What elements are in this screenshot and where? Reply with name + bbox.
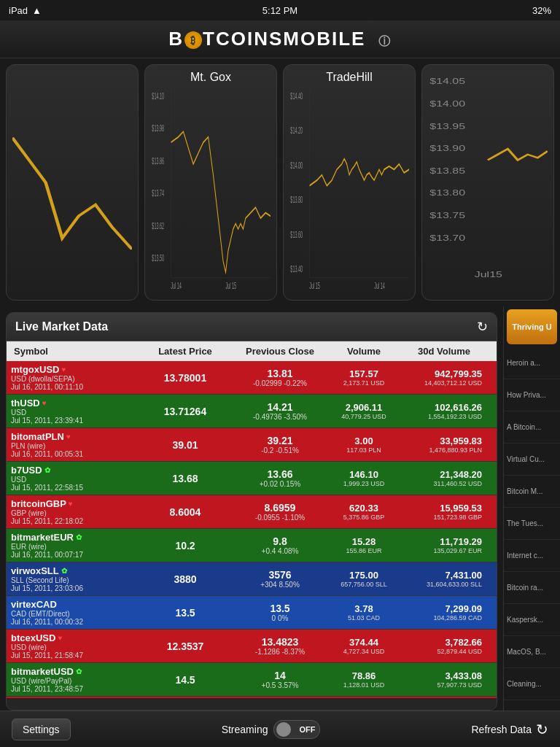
svg-text:$13.95: $13.95 bbox=[429, 122, 465, 131]
svg-text:$13.50: $13.50 bbox=[152, 254, 164, 263]
table-row[interactable]: b7USD ✿ USD Jul 15, 2011, 22:58:15 13.68… bbox=[7, 462, 497, 495]
refresh-data-button[interactable]: Refresh Data ↻ bbox=[472, 721, 548, 738]
cell-prev-close: 13.81 -0.02999 -0.22% bbox=[233, 361, 327, 394]
sidebar-item[interactable]: Cleaning... bbox=[504, 668, 560, 700]
table-row[interactable]: mtgoxUSD ♥ USD (dwolla/SEPA) Jul 16, 201… bbox=[7, 361, 497, 395]
col-volume: Volume bbox=[327, 346, 400, 357]
svg-text:$14.00: $14.00 bbox=[290, 161, 303, 171]
chart-card-tradehill[interactable]: TradeHill $14.40 $14.20 $14.00 $13.80 $1… bbox=[283, 64, 416, 301]
sidebar-item-thriving[interactable]: Thriving U bbox=[507, 309, 557, 344]
table-row[interactable]: bitmarketEUR ✿ EUR (wire) Jul 16, 2011, … bbox=[7, 529, 497, 562]
cell-latest-price: 13.5 bbox=[138, 596, 233, 629]
cell-30d-volume: 21,348.20 311,460.52 USD bbox=[400, 462, 488, 495]
app-logo: B₿TCOINSMOBILE ⓘ bbox=[168, 28, 391, 50]
streaming-toggle[interactable]: OFF bbox=[273, 720, 320, 739]
cell-symbol: bitomatPLN ♥ PLN (wire) Jul 16, 2011, 00… bbox=[7, 428, 138, 461]
svg-text:Jul 14: Jul 14 bbox=[374, 281, 385, 290]
table-row[interactable]: thUSD ♥ USD Jul 15, 2011, 23:39:41 13.71… bbox=[7, 395, 497, 428]
cell-prev-close: 13.969 bbox=[233, 697, 327, 698]
svg-text:$14.05: $14.05 bbox=[429, 77, 465, 86]
col-prev-close: Previous Close bbox=[233, 346, 327, 357]
table-row[interactable]: bitomatPLN ♥ PLN (wire) Jul 16, 2011, 00… bbox=[7, 428, 497, 462]
cell-30d-volume: 15,959.53 151,723.98 GBP bbox=[400, 495, 488, 528]
time-display: 5:12 PM bbox=[262, 5, 298, 16]
cell-latest-price: 12.3537 bbox=[138, 630, 233, 662]
cell-prev-close: 14.21 -0.49736 -3.50% bbox=[233, 395, 327, 427]
device-label: iPad bbox=[9, 5, 28, 16]
sidebar-item[interactable]: Kaspersk... bbox=[504, 604, 560, 636]
cell-volume: 175.00 657,756.00 SLL bbox=[327, 562, 400, 595]
cell-symbol: virtexCAD CAD (EMT/Direct) Jul 16, 2011,… bbox=[7, 596, 138, 629]
cell-volume: 78.86 1,128.01 USD bbox=[327, 663, 400, 696]
sidebar-item[interactable]: How Priva... bbox=[504, 379, 560, 411]
sidebar-item[interactable]: MacOS, B... bbox=[504, 636, 560, 668]
cell-latest-price: 13.78001 bbox=[138, 361, 233, 394]
wifi-icon: ▲ bbox=[32, 5, 42, 16]
refresh-data-icon: ↻ bbox=[536, 721, 548, 738]
cell-30d-volume: 942,799.35 14,403,712.12 USD bbox=[400, 361, 488, 394]
bottom-bar: Settings Streaming OFF Refresh Data ↻ bbox=[0, 711, 560, 747]
cell-volume: 15.28 155.86 EUR bbox=[327, 529, 400, 562]
sidebar-item[interactable]: Virtual Cu... bbox=[504, 444, 560, 476]
svg-text:Jul 15: Jul 15 bbox=[309, 281, 320, 290]
table-row[interactable]: virwoxSLL ✿ SLL (Second Life) Jul 15, 20… bbox=[7, 562, 497, 596]
logo-text-rest: TCOINSMOBILE bbox=[203, 28, 365, 50]
cell-volume: 395.61 bbox=[327, 697, 400, 698]
cell-latest-price: 3880 bbox=[138, 562, 233, 595]
cell-symbol: bitmarketEUR ✿ EUR (wire) Jul 16, 2011, … bbox=[7, 529, 138, 562]
cell-30d-volume: 3,782.66 52,879.44 USD bbox=[400, 630, 488, 662]
market-table-container: Live Market Data ↻ Symbol Latest Price P… bbox=[6, 312, 497, 711]
cell-symbol: virwoxSLL ✿ SLL (Second Life) Jul 15, 20… bbox=[7, 562, 138, 595]
cell-prev-close: 13.66 +0.02 0.15% bbox=[233, 462, 327, 495]
col-latest-price: Latest Price bbox=[138, 346, 233, 357]
sidebar-item[interactable]: A Bitcoin... bbox=[504, 411, 560, 444]
svg-text:$13.60: $13.60 bbox=[290, 231, 303, 240]
cell-symbol: britcoinGBP ♥ GBP (wire) Jul 15, 2011, 2… bbox=[7, 495, 138, 528]
svg-text:$13.70: $13.70 bbox=[429, 233, 465, 242]
cell-symbol: mtgoxUSD ♥ USD (dwolla/SEPA) Jul 16, 201… bbox=[7, 361, 138, 394]
cell-volume: 374.44 4,727.34 USD bbox=[327, 630, 400, 662]
sidebar-item[interactable]: Bitcoin ra... bbox=[504, 572, 560, 604]
chart-svg-tradehill: $14.40 $14.20 $14.00 $13.80 $13.60 $13.4… bbox=[289, 88, 409, 294]
info-icon[interactable]: ⓘ bbox=[378, 35, 392, 47]
tradehill-title: TradeHill bbox=[289, 71, 409, 84]
app-header: B₿TCOINSMOBILE ⓘ bbox=[0, 20, 560, 58]
charts-section: Mt. Gox $14.10 $13.98 $13.86 $13.74 $13.… bbox=[0, 58, 560, 306]
table-row[interactable]: britcoinGBP ♥ GBP (wire) Jul 15, 2011, 2… bbox=[7, 495, 497, 529]
chart-card-left[interactable] bbox=[6, 64, 139, 301]
streaming-section: Streaming OFF bbox=[222, 720, 321, 739]
table-row[interactable]: bitmarketUSD ✿ USD (wire/PayPal) Jul 15,… bbox=[7, 663, 497, 697]
cell-symbol: bitmarketUSD ✿ USD (wire/PayPal) Jul 15,… bbox=[7, 663, 138, 696]
streaming-label: Streaming bbox=[222, 724, 268, 735]
table-row[interactable]: btcexUSD ♥ USD (wire) Jul 15, 2011, 21:5… bbox=[7, 630, 497, 663]
svg-text:Jul15: Jul15 bbox=[475, 271, 502, 279]
svg-text:$14.00: $14.00 bbox=[429, 99, 465, 108]
market-table-body: mtgoxUSD ♥ USD (dwolla/SEPA) Jul 16, 201… bbox=[7, 361, 497, 698]
chart-svg-left bbox=[12, 71, 132, 294]
cell-latest-price: 8.6004 bbox=[138, 495, 233, 528]
logo-text-b: B bbox=[168, 28, 184, 50]
cell-volume: 620.33 5,375.86 GBP bbox=[327, 495, 400, 528]
sidebar-item[interactable]: Internet c... bbox=[504, 540, 560, 572]
cell-30d-volume: 3,433.08 57,907.73 USD bbox=[400, 663, 488, 696]
svg-text:$13.62: $13.62 bbox=[152, 222, 164, 231]
chart-card-right[interactable]: $14.05 $14.00 $13.95 $13.90 $13.85 $13.8… bbox=[421, 64, 554, 301]
cell-volume: 157.57 2,173.71 USD bbox=[327, 361, 400, 394]
cell-symbol: b7USD ✿ USD Jul 15, 2011, 22:58:15 bbox=[7, 462, 138, 495]
table-row[interactable]: exchhUSD ♥ 13.8516 13.969 395.61 2,909.3… bbox=[7, 697, 497, 698]
cell-volume: 3.00 117.03 PLN bbox=[327, 428, 400, 461]
cell-volume: 146.10 1,999.23 USD bbox=[327, 462, 400, 495]
chart-svg-mtgox: $14.10 $13.98 $13.86 $13.74 $13.62 $13.5… bbox=[151, 88, 271, 294]
chart-card-mtgox[interactable]: Mt. Gox $14.10 $13.98 $13.86 $13.74 $13.… bbox=[144, 64, 277, 301]
market-table-header: Live Market Data ↻ bbox=[7, 313, 497, 341]
cell-prev-close: 14 +0.5 3.57% bbox=[233, 663, 327, 696]
cell-symbol: thUSD ♥ USD Jul 15, 2011, 23:39:41 bbox=[7, 395, 138, 427]
sidebar-item[interactable]: The Tues... bbox=[504, 508, 560, 540]
sidebar-item[interactable]: Bitcoin M... bbox=[504, 476, 560, 508]
cell-latest-price: 39.01 bbox=[138, 428, 233, 461]
settings-button[interactable]: Settings bbox=[12, 719, 71, 740]
table-row[interactable]: virtexCAD CAD (EMT/Direct) Jul 16, 2011,… bbox=[7, 596, 497, 630]
refresh-table-button[interactable]: ↻ bbox=[477, 319, 488, 335]
sidebar-item[interactable]: Heroin a... bbox=[504, 347, 560, 379]
battery-label: 32% bbox=[532, 5, 551, 16]
